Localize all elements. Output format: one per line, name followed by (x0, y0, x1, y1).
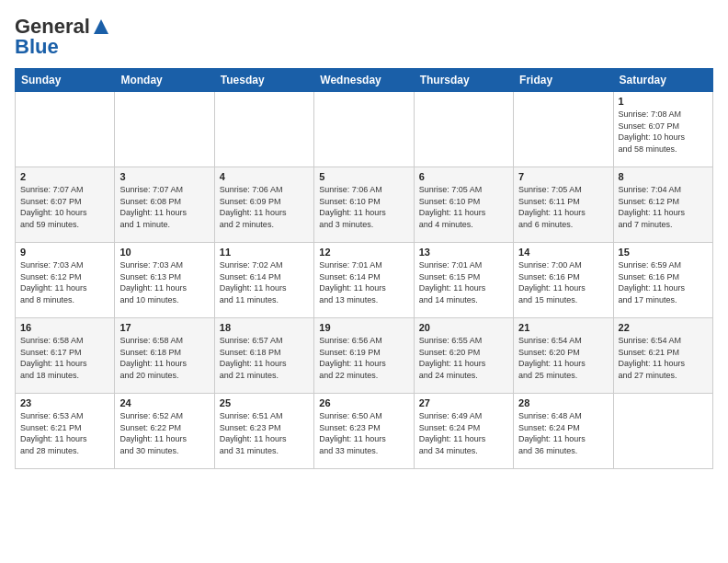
day-cell: 2Sunrise: 7:07 AM Sunset: 6:07 PM Daylig… (16, 167, 115, 243)
header-tuesday: Tuesday (214, 69, 313, 92)
day-cell: 14Sunrise: 7:00 AM Sunset: 6:16 PM Dayli… (514, 243, 613, 318)
day-cell: 16Sunrise: 6:58 AM Sunset: 6:17 PM Dayli… (16, 318, 115, 394)
day-cell (514, 92, 613, 167)
day-info: Sunrise: 7:06 AM Sunset: 6:10 PM Dayligh… (319, 184, 408, 230)
day-number: 5 (319, 171, 408, 182)
day-cell: 12Sunrise: 7:01 AM Sunset: 6:14 PM Dayli… (314, 243, 414, 318)
day-info: Sunrise: 7:00 AM Sunset: 6:16 PM Dayligh… (518, 259, 608, 305)
day-info: Sunrise: 6:54 AM Sunset: 6:20 PM Dayligh… (518, 335, 608, 381)
day-number: 4 (220, 171, 309, 182)
day-cell: 25Sunrise: 6:51 AM Sunset: 6:23 PM Dayli… (214, 394, 313, 469)
day-info: Sunrise: 7:01 AM Sunset: 6:14 PM Dayligh… (319, 259, 408, 305)
header-thursday: Thursday (414, 69, 513, 92)
day-cell (214, 92, 313, 167)
day-info: Sunrise: 6:52 AM Sunset: 6:22 PM Dayligh… (119, 410, 209, 456)
day-cell: 4Sunrise: 7:06 AM Sunset: 6:09 PM Daylig… (214, 167, 313, 243)
day-number: 13 (419, 247, 508, 258)
day-cell: 5Sunrise: 7:06 AM Sunset: 6:10 PM Daylig… (314, 167, 414, 243)
day-number: 23 (20, 397, 109, 408)
day-cell: 13Sunrise: 7:01 AM Sunset: 6:15 PM Dayli… (414, 243, 513, 318)
day-info: Sunrise: 6:57 AM Sunset: 6:18 PM Dayligh… (220, 335, 309, 381)
day-info: Sunrise: 6:54 AM Sunset: 6:21 PM Dayligh… (619, 335, 708, 381)
day-cell: 8Sunrise: 7:04 AM Sunset: 6:12 PM Daylig… (613, 167, 712, 243)
day-info: Sunrise: 7:08 AM Sunset: 6:07 PM Dayligh… (619, 109, 708, 155)
day-info: Sunrise: 6:55 AM Sunset: 6:20 PM Dayligh… (419, 335, 508, 381)
day-info: Sunrise: 6:56 AM Sunset: 6:19 PM Dayligh… (319, 335, 408, 381)
day-number: 18 (220, 322, 309, 333)
day-cell (16, 92, 115, 167)
header-monday: Monday (115, 69, 214, 92)
logo-blue: Blue (15, 35, 59, 59)
day-info: Sunrise: 7:02 AM Sunset: 6:14 PM Dayligh… (220, 259, 309, 305)
day-cell: 28Sunrise: 6:48 AM Sunset: 6:24 PM Dayli… (514, 394, 613, 469)
day-cell: 24Sunrise: 6:52 AM Sunset: 6:22 PM Dayli… (115, 394, 214, 469)
day-cell (613, 394, 712, 469)
day-cell (314, 92, 414, 167)
day-number: 6 (419, 171, 508, 182)
header: General Blue (15, 15, 713, 59)
day-number: 1 (619, 96, 708, 107)
day-info: Sunrise: 7:05 AM Sunset: 6:11 PM Dayligh… (518, 184, 608, 230)
calendar-table: SundayMondayTuesdayWednesdayThursdayFrid… (15, 68, 713, 469)
day-cell: 19Sunrise: 6:56 AM Sunset: 6:19 PM Dayli… (314, 318, 414, 394)
header-sunday: Sunday (16, 69, 115, 92)
day-cell: 1Sunrise: 7:08 AM Sunset: 6:07 PM Daylig… (613, 92, 712, 167)
day-number: 26 (319, 397, 408, 408)
day-number: 25 (220, 397, 309, 408)
day-cell: 27Sunrise: 6:49 AM Sunset: 6:24 PM Dayli… (414, 394, 513, 469)
day-cell: 7Sunrise: 7:05 AM Sunset: 6:11 PM Daylig… (514, 167, 613, 243)
week-row-4: 16Sunrise: 6:58 AM Sunset: 6:17 PM Dayli… (16, 318, 713, 394)
day-info: Sunrise: 6:48 AM Sunset: 6:24 PM Dayligh… (518, 410, 608, 456)
day-number: 19 (319, 322, 408, 333)
day-info: Sunrise: 7:04 AM Sunset: 6:12 PM Dayligh… (619, 184, 708, 230)
day-number: 3 (119, 171, 209, 182)
header-wednesday: Wednesday (314, 69, 414, 92)
day-info: Sunrise: 6:59 AM Sunset: 6:16 PM Dayligh… (619, 259, 708, 305)
day-cell: 9Sunrise: 7:03 AM Sunset: 6:12 PM Daylig… (16, 243, 115, 318)
day-cell: 11Sunrise: 7:02 AM Sunset: 6:14 PM Dayli… (214, 243, 313, 318)
day-info: Sunrise: 6:58 AM Sunset: 6:17 PM Dayligh… (20, 335, 109, 381)
day-info: Sunrise: 6:51 AM Sunset: 6:23 PM Dayligh… (220, 410, 309, 456)
day-info: Sunrise: 7:03 AM Sunset: 6:13 PM Dayligh… (119, 259, 209, 305)
day-info: Sunrise: 6:53 AM Sunset: 6:21 PM Dayligh… (20, 410, 109, 456)
day-cell: 22Sunrise: 6:54 AM Sunset: 6:21 PM Dayli… (613, 318, 712, 394)
day-info: Sunrise: 6:49 AM Sunset: 6:24 PM Dayligh… (419, 410, 508, 456)
day-cell: 3Sunrise: 7:07 AM Sunset: 6:08 PM Daylig… (115, 167, 214, 243)
page: General Blue SundayMondayTuesdayWednesda… (0, 0, 728, 563)
week-row-1: 1Sunrise: 7:08 AM Sunset: 6:07 PM Daylig… (16, 92, 713, 167)
day-number: 27 (419, 397, 508, 408)
logo: General Blue (15, 15, 110, 59)
day-number: 22 (619, 322, 708, 333)
day-number: 20 (419, 322, 508, 333)
day-number: 24 (119, 397, 209, 408)
day-number: 2 (20, 171, 109, 182)
week-row-2: 2Sunrise: 7:07 AM Sunset: 6:07 PM Daylig… (16, 167, 713, 243)
day-number: 17 (119, 322, 209, 333)
day-info: Sunrise: 7:01 AM Sunset: 6:15 PM Dayligh… (419, 259, 508, 305)
week-row-5: 23Sunrise: 6:53 AM Sunset: 6:21 PM Dayli… (16, 394, 713, 469)
day-number: 12 (319, 247, 408, 258)
day-info: Sunrise: 7:05 AM Sunset: 6:10 PM Dayligh… (419, 184, 508, 230)
day-cell: 26Sunrise: 6:50 AM Sunset: 6:23 PM Dayli… (314, 394, 414, 469)
day-cell: 17Sunrise: 6:58 AM Sunset: 6:18 PM Dayli… (115, 318, 214, 394)
calendar-header-row: SundayMondayTuesdayWednesdayThursdayFrid… (16, 69, 713, 92)
day-cell: 21Sunrise: 6:54 AM Sunset: 6:20 PM Dayli… (514, 318, 613, 394)
day-cell: 6Sunrise: 7:05 AM Sunset: 6:10 PM Daylig… (414, 167, 513, 243)
svg-marker-0 (94, 19, 108, 34)
day-number: 15 (619, 247, 708, 258)
day-info: Sunrise: 7:07 AM Sunset: 6:07 PM Dayligh… (20, 184, 109, 230)
day-cell: 10Sunrise: 7:03 AM Sunset: 6:13 PM Dayli… (115, 243, 214, 318)
day-number: 11 (220, 247, 309, 258)
day-info: Sunrise: 6:50 AM Sunset: 6:23 PM Dayligh… (319, 410, 408, 456)
logo-icon (92, 17, 110, 36)
day-number: 28 (518, 397, 608, 408)
day-cell: 20Sunrise: 6:55 AM Sunset: 6:20 PM Dayli… (414, 318, 513, 394)
day-cell (115, 92, 214, 167)
day-cell (414, 92, 513, 167)
day-number: 7 (518, 171, 608, 182)
day-number: 10 (119, 247, 209, 258)
day-info: Sunrise: 6:58 AM Sunset: 6:18 PM Dayligh… (119, 335, 209, 381)
day-number: 16 (20, 322, 109, 333)
header-saturday: Saturday (613, 69, 712, 92)
week-row-3: 9Sunrise: 7:03 AM Sunset: 6:12 PM Daylig… (16, 243, 713, 318)
